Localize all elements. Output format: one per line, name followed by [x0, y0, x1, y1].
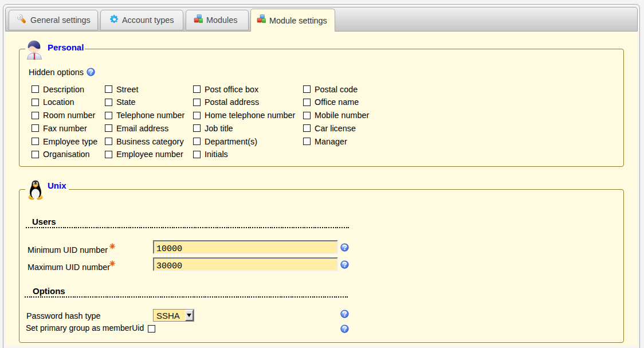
svg-text:?: ? — [343, 243, 347, 252]
svg-text:?: ? — [343, 260, 347, 269]
svg-text:?: ? — [89, 68, 93, 76]
svg-text:?: ? — [343, 310, 347, 318]
svg-text:?: ? — [343, 324, 347, 333]
